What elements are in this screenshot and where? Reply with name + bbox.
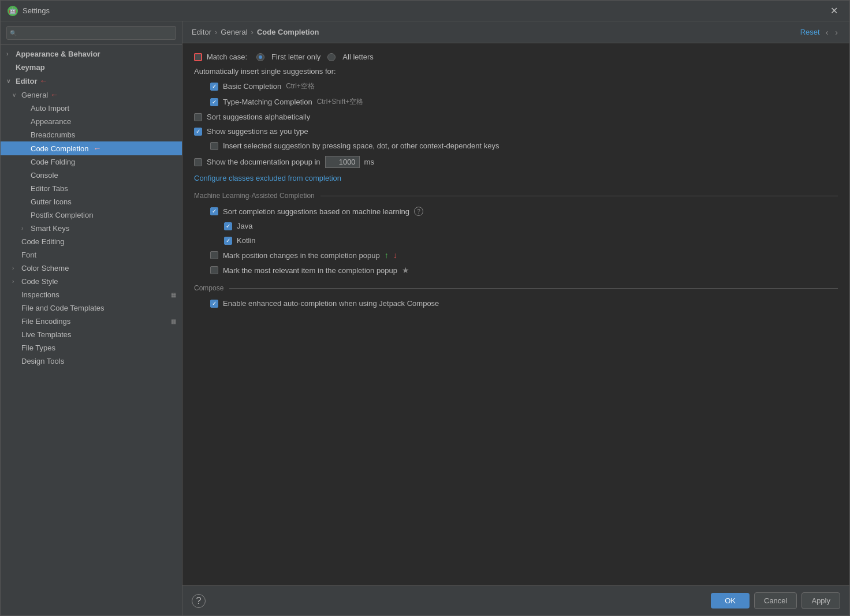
- back-button[interactable]: ‹: [823, 27, 831, 38]
- arrow-indicator: ←: [40, 76, 48, 85]
- radio-first-letter[interactable]: [256, 53, 264, 61]
- file-encodings-badge: ▦: [171, 318, 176, 324]
- forward-button[interactable]: ›: [833, 27, 840, 38]
- ml-mark-position-label: Mark position changes in the completion …: [223, 251, 380, 260]
- expand-icon: ∨: [6, 78, 12, 84]
- breadcrumb-nav: ‹ ›: [823, 27, 840, 38]
- apply-button[interactable]: Apply: [801, 592, 840, 609]
- arrow-indicator: ←: [50, 90, 58, 99]
- breadcrumb-sep1: ›: [215, 28, 217, 36]
- ml-mark-relevant-label: Mark the most relevant item in the compl…: [223, 266, 397, 275]
- sidebar-item-file-encodings[interactable]: File Encodings ▦: [1, 315, 182, 328]
- sidebar-tree: › Appearance & Behavior Keymap ∨ Editor …: [1, 45, 182, 615]
- sidebar-item-gutter-icons[interactable]: Gutter Icons: [1, 195, 182, 208]
- basic-completion-label: Basic Completion: [223, 82, 281, 91]
- ml-sort-row: Sort completion suggestions based on mac…: [194, 207, 838, 216]
- auto-insert-label: Automatically insert single suggestions …: [194, 67, 336, 76]
- sidebar-label: Code Completion: [31, 144, 88, 153]
- sidebar-label: Code Editing: [21, 237, 64, 246]
- title-bar: 🤖 Settings ✕: [1, 1, 849, 21]
- sidebar-item-file-types[interactable]: File Types: [1, 341, 182, 354]
- ml-sort-checkbox[interactable]: [210, 207, 218, 215]
- show-suggestions-checkbox[interactable]: [194, 128, 202, 136]
- sidebar-label: Appearance: [31, 117, 71, 126]
- configure-classes-link[interactable]: Configure classes excluded from completi…: [194, 174, 341, 182]
- type-matching-shortcut: Ctrl+Shift+空格: [317, 97, 364, 107]
- sidebar-label: Smart Keys: [31, 224, 69, 233]
- cancel-button[interactable]: Cancel: [754, 592, 797, 609]
- ml-mark-position-row: Mark position changes in the completion …: [194, 251, 838, 260]
- ok-button[interactable]: OK: [711, 593, 750, 608]
- basic-completion-checkbox[interactable]: [210, 83, 218, 91]
- sidebar-item-file-code-templates[interactable]: File and Code Templates: [1, 301, 182, 315]
- sidebar-label: Appearance & Behavior: [16, 50, 100, 58]
- insert-selected-label: Insert selected suggestion by pressing s…: [223, 141, 499, 150]
- type-matching-label: Type-Matching Completion: [223, 98, 312, 106]
- settings-window: 🤖 Settings ✕ › Appearance & Behavior: [0, 0, 850, 616]
- sidebar-item-inspections[interactable]: Inspections ▦: [1, 288, 182, 301]
- search-input[interactable]: [6, 26, 176, 40]
- insert-selected-row: Insert selected suggestion by pressing s…: [194, 141, 838, 150]
- sidebar-item-editor[interactable]: ∨ Editor ←: [1, 74, 182, 88]
- ml-kotlin-checkbox[interactable]: [224, 237, 232, 245]
- sidebar-label: Console: [31, 171, 58, 180]
- ml-java-checkbox[interactable]: [224, 222, 232, 230]
- ml-sort-help-icon[interactable]: ?: [414, 207, 423, 216]
- insert-selected-checkbox[interactable]: [210, 142, 218, 150]
- arrow-down-icon: ↓: [393, 251, 397, 260]
- sidebar-item-code-folding[interactable]: Code Folding: [1, 155, 182, 169]
- sidebar-item-console[interactable]: Console: [1, 169, 182, 182]
- breadcrumb-current: Code Completion: [257, 28, 319, 36]
- sidebar-item-general[interactable]: ∨ General ←: [1, 88, 182, 102]
- sidebar-item-smart-keys[interactable]: › Smart Keys: [1, 222, 182, 235]
- sidebar-item-auto-import[interactable]: Auto Import: [1, 102, 182, 115]
- window-title: Settings: [23, 6, 826, 15]
- expand-icon: ›: [12, 278, 18, 285]
- show-doc-popup-checkbox[interactable]: [194, 158, 202, 166]
- show-suggestions-label: Show suggestions as you type: [207, 127, 308, 136]
- sidebar-label: Gutter Icons: [31, 197, 72, 206]
- bottom-bar: ? OK Cancel Apply: [182, 585, 849, 615]
- match-case-checkbox[interactable]: [194, 53, 202, 61]
- sidebar-item-postfix-completion[interactable]: Postfix Completion: [1, 208, 182, 222]
- sidebar-label: Live Templates: [21, 330, 71, 339]
- radio-all-letters-label: All letters: [342, 53, 373, 61]
- sidebar-item-live-templates[interactable]: Live Templates: [1, 328, 182, 341]
- type-matching-row: Type-Matching Completion Ctrl+Shift+空格: [194, 97, 838, 107]
- sidebar-label: File and Code Templates: [21, 304, 105, 312]
- reset-button[interactable]: Reset: [800, 28, 820, 36]
- sidebar-item-appearance-behavior[interactable]: › Appearance & Behavior: [1, 47, 182, 61]
- radio-all-letters[interactable]: [327, 53, 335, 61]
- sidebar-item-appearance[interactable]: Appearance: [1, 115, 182, 128]
- expand-icon: ›: [12, 265, 18, 271]
- type-matching-checkbox[interactable]: [210, 98, 218, 106]
- doc-popup-ms-input[interactable]: [325, 156, 360, 168]
- sidebar-item-design-tools[interactable]: Design Tools: [1, 354, 182, 368]
- sidebar-item-code-editing[interactable]: Code Editing: [1, 235, 182, 248]
- ml-mark-position-checkbox[interactable]: [210, 251, 218, 259]
- arrow-indicator: ←: [93, 144, 101, 153]
- ml-mark-relevant-checkbox[interactable]: [210, 266, 218, 274]
- help-button[interactable]: ?: [192, 594, 206, 608]
- breadcrumb-general: General: [221, 28, 247, 36]
- ml-java-label: Java: [237, 222, 252, 230]
- sidebar-item-breadcrumbs[interactable]: Breadcrumbs: [1, 128, 182, 141]
- sidebar-label: File Encodings: [21, 317, 70, 326]
- sort-alpha-checkbox[interactable]: [194, 113, 202, 121]
- sidebar-item-code-style[interactable]: › Code Style: [1, 275, 182, 288]
- compose-enhanced-checkbox[interactable]: [210, 300, 218, 308]
- sidebar-label: Inspections: [21, 290, 59, 299]
- divider-line: [320, 196, 838, 196]
- app-icon: 🤖: [8, 6, 18, 16]
- sort-alpha-row: Sort suggestions alphabetically: [194, 113, 838, 121]
- sidebar-label: Keymap: [16, 63, 45, 72]
- sidebar-item-keymap[interactable]: Keymap: [1, 61, 182, 74]
- sidebar-item-editor-tabs[interactable]: Editor Tabs: [1, 182, 182, 195]
- sort-alpha-label: Sort suggestions alphabetically: [207, 113, 310, 121]
- sidebar: › Appearance & Behavior Keymap ∨ Editor …: [1, 21, 182, 615]
- search-box: [1, 21, 182, 45]
- sidebar-item-code-completion[interactable]: Code Completion ←: [1, 141, 182, 155]
- sidebar-item-font[interactable]: Font: [1, 248, 182, 262]
- sidebar-item-color-scheme[interactable]: › Color Scheme: [1, 262, 182, 275]
- close-button[interactable]: ✕: [826, 3, 842, 18]
